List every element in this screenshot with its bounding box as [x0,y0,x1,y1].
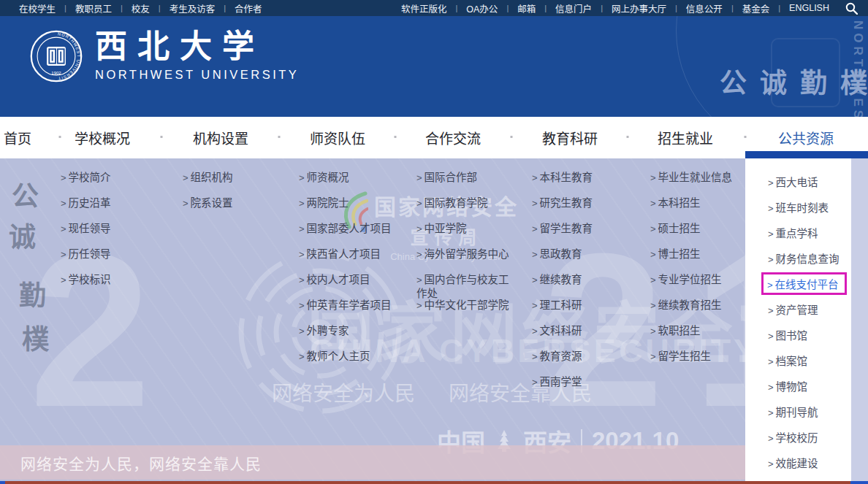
menu-item[interactable]: >资产管理 [745,296,851,322]
menu-link[interactable]: >档案馆 [768,353,807,368]
menu-link[interactable]: >中华文化干部学院 [416,299,509,312]
menu-item[interactable]: >校内人才项目 [299,273,427,299]
search-icon[interactable] [845,2,858,15]
nav-item-4[interactable]: 合作交流 [425,117,481,158]
menu-link[interactable]: >院系设置 [183,196,233,210]
menu-link[interactable]: >西大电话 [768,174,818,189]
menu-link[interactable]: >海外留学服务中心 [416,247,509,261]
menu-link[interactable]: >软职招生 [650,324,701,338]
nav-item-3[interactable]: 师资队伍 [310,117,365,158]
menu-link[interactable]: >学校标识 [61,273,111,287]
menu-item-online-payment[interactable]: >在线支付平台 [767,276,839,291]
menu-link[interactable]: >思政教育 [532,247,582,261]
menu-item[interactable]: >外聘专家 [299,324,427,350]
menu-link[interactable]: >仲英青年学者项目 [299,299,392,312]
university-logo[interactable]: NORTHWEST UNIVERSITY XIAN CHINA 1902 西北大… [29,29,299,83]
menu-item[interactable]: >组织机构 [183,171,294,196]
topbar-link-right-5[interactable]: 信息公开 [677,1,731,15]
menu-item[interactable]: >国际合作部 [416,171,509,196]
menu-item[interactable]: >财务信息查询 [745,245,851,271]
menu-link[interactable]: >财务信息查询 [768,250,840,266]
menu-item[interactable]: >理工科研 [532,299,643,324]
menu-item[interactable]: >本科生教育 [532,171,643,196]
menu-link[interactable]: >组织机构 [183,171,233,185]
menu-link[interactable]: >本科招生 [650,196,701,210]
topbar-link-right-4[interactable]: 网上办事大厅 [603,1,675,15]
menu-item[interactable]: >西南学堂 [532,375,643,401]
menu-item[interactable]: >学校校历 [745,424,851,450]
topbar-link-left-3[interactable]: 考生及访客 [161,1,224,15]
menu-link[interactable]: >本科生教育 [532,171,593,185]
menu-link[interactable]: >国家部委人才项目 [299,222,392,236]
menu-item[interactable]: >历史沿革 [61,196,172,222]
menu-link[interactable]: >国际合作部 [416,171,477,185]
menu-link[interactable]: >校内人才项目 [299,273,370,287]
menu-link[interactable]: >文科科研 [532,324,582,338]
menu-item[interactable]: >文科科研 [532,324,643,350]
menu-link[interactable]: >历任领导 [61,247,111,261]
menu-link[interactable]: >学校校历 [768,429,818,445]
menu-link[interactable]: >研究生教育 [532,196,593,210]
menu-link[interactable]: >效能建设 [768,455,818,470]
menu-item[interactable]: >档案馆 [745,347,851,373]
menu-link[interactable]: >博物馆 [768,378,807,393]
topbar-link-right-2[interactable]: 邮箱 [509,1,544,15]
topbar-link-left-1[interactable]: 教职员工 [66,1,121,15]
menu-link[interactable]: >博士招生 [650,247,701,261]
menu-item[interactable]: >仲英青年学者项目 [299,299,427,324]
menu-link[interactable]: >中亚学院 [416,222,467,236]
menu-item[interactable]: >期刊导航 [745,399,851,424]
topbar-link-left-0[interactable]: 在校学生 [10,1,64,15]
menu-item[interactable]: >教育资源 [532,350,643,375]
menu-link[interactable]: >资产管理 [768,301,818,317]
nav-item-2[interactable]: 机构设置 [193,117,248,158]
menu-link[interactable]: >教师个人主页 [299,350,370,364]
nav-item-0[interactable]: 首页 [4,117,31,158]
menu-link[interactable]: >班车时刻表 [768,199,829,215]
menu-item[interactable]: >继续教育 [532,273,643,299]
menu-item[interactable]: >图书馆 [745,322,851,347]
menu-item[interactable]: >中亚学院 [416,222,509,247]
menu-item[interactable]: >重点学科 [745,220,851,245]
topbar-link-left-2[interactable]: 校友 [123,1,159,15]
topbar-link-right-7[interactable]: ENGLISH [780,3,838,13]
menu-item[interactable]: >院系设置 [183,196,294,222]
menu-link[interactable]: >陕西省人才项目 [299,247,381,261]
menu-link[interactable]: >图书馆 [768,327,807,342]
menu-item[interactable]: >现任领导 [61,222,172,247]
menu-link[interactable]: >继续教育招生 [650,299,722,312]
menu-link[interactable]: >专业学位招生 [650,273,722,287]
topbar-link-right-0[interactable]: 软件正版化 [392,1,456,15]
menu-item[interactable]: >效能建设 [745,450,851,475]
menu-item[interactable]: >班车时刻表 [745,194,851,220]
menu-item[interactable]: >国家部委人才项目 [299,222,427,247]
topbar-link-right-3[interactable]: 信息门户 [547,1,601,15]
menu-link[interactable]: >留学生教育 [532,222,593,236]
menu-link[interactable]: >西南学堂 [532,375,582,389]
menu-link[interactable]: >继续教育 [532,273,582,287]
menu-link[interactable]: >理工科研 [532,299,582,312]
menu-link[interactable]: >两院院士 [299,196,349,210]
nav-item-1[interactable]: 学校概况 [75,117,130,158]
menu-item[interactable]: >研究生教育 [532,196,643,222]
menu-link[interactable]: >学校简介 [61,171,111,185]
menu-item[interactable]: >师资概况 [299,171,427,196]
menu-link[interactable]: >毕业生就业信息 [650,171,732,185]
menu-link[interactable]: >留学生招生 [650,350,711,364]
menu-item[interactable]: >教师个人主页 [299,350,427,375]
menu-link[interactable]: >师资概况 [299,171,349,185]
menu-item[interactable]: >博物馆 [745,373,851,399]
menu-link[interactable]: >期刊导航 [768,404,818,419]
menu-item[interactable]: >历任领导 [61,247,172,273]
nav-item-5[interactable]: 教育科研 [542,117,598,158]
menu-link[interactable]: >国际教育学院 [416,196,488,210]
menu-item[interactable]: >思政教育 [532,247,643,273]
menu-item[interactable]: >西大电话 [745,169,851,194]
topbar-link-right-6[interactable]: 基金会 [734,1,779,15]
menu-link[interactable]: >硕士招生 [650,222,701,236]
menu-item[interactable]: >海外留学服务中心 [416,247,509,273]
menu-item[interactable]: >国内合作与校友工作处 [416,273,509,299]
menu-item[interactable]: >学校简介 [61,171,172,196]
nav-item-6[interactable]: 招生就业 [658,117,713,158]
menu-item[interactable]: >中华文化干部学院 [416,299,509,324]
